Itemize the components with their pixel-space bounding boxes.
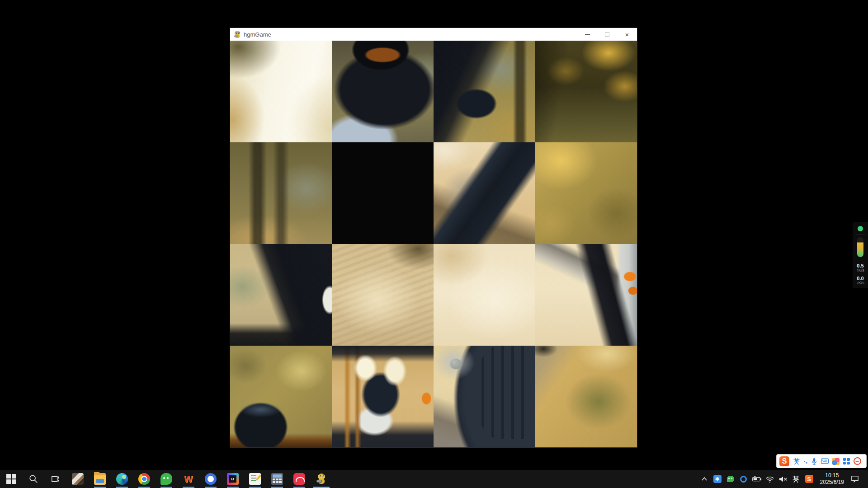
taskbar-item-wechat[interactable]: [155, 470, 177, 488]
blue-circle-icon: [740, 476, 747, 483]
taskbar-item-chrome[interactable]: [133, 470, 155, 488]
sogou-logo-icon[interactable]: S: [779, 456, 789, 466]
taskbar-item-wps[interactable]: W: [177, 470, 199, 488]
search-icon: [28, 474, 38, 484]
tray-wechat[interactable]: [726, 474, 736, 484]
minimize-icon: [585, 34, 590, 35]
download-speed: 0.0 ↓K/s: [856, 276, 864, 286]
taskbar-item-edge[interactable]: [111, 470, 133, 488]
puzzle-tile-r0c0[interactable]: [230, 41, 332, 142]
mic-icon[interactable]: [811, 458, 817, 465]
chinese-english-glyph-icon: [793, 458, 800, 465]
keyboard-icon[interactable]: [821, 458, 829, 464]
system-tray: ✱ S 10:15 2025/6/19: [699, 470, 868, 488]
chinese-ying-glyph-icon: [792, 475, 800, 483]
blue-star-icon: ✱: [713, 475, 722, 483]
clock-date: 2025/6/19: [820, 479, 844, 486]
hidden-icons-chevron[interactable]: [699, 474, 709, 484]
puzzle-tile-r1c2[interactable]: [434, 142, 535, 244]
puzzle-tile-r3c0[interactable]: [230, 346, 332, 447]
skin-icon[interactable]: [832, 458, 840, 465]
ime-punctuation-toggle[interactable]: ·,: [804, 458, 807, 465]
maximize-button[interactable]: [597, 28, 617, 41]
puzzle-tile-r1c3[interactable]: [535, 142, 637, 244]
upload-speed: 0.5 ↑K/s: [856, 263, 864, 273]
puzzle-tile-r1c0[interactable]: [230, 142, 332, 244]
divider: [855, 260, 865, 260]
tray-ime-language[interactable]: [791, 474, 801, 484]
puzzle-grid: [230, 41, 637, 447]
ime-language-toggle[interactable]: [793, 458, 800, 465]
taskbar-item-turtle-game[interactable]: [310, 470, 332, 488]
tray-volume-muted[interactable]: [778, 474, 788, 484]
editor-icon: [249, 473, 261, 485]
net-speed-widget[interactable]: 0.5 ↑K/s 0.0 ↓K/s: [853, 222, 868, 288]
wifi-icon: [765, 476, 774, 483]
game-window: hgmGame ×: [230, 28, 637, 448]
search-button[interactable]: [22, 470, 44, 488]
puzzle-tile-r2c1[interactable]: [332, 244, 434, 346]
red-app-icon: [293, 473, 305, 485]
titlebar[interactable]: hgmGame ×: [230, 28, 637, 41]
emoji-icon[interactable]: [854, 457, 861, 465]
puzzle-tile-r2c2[interactable]: [434, 244, 535, 346]
wps-icon: W: [183, 473, 194, 485]
window-title: hgmGame: [244, 31, 271, 38]
taskbar-item-cat-app[interactable]: [66, 470, 89, 488]
taskbar-item-blue-ring-app[interactable]: [199, 470, 222, 488]
task-view-button[interactable]: [44, 470, 66, 488]
puzzle-empty-slot: [332, 142, 434, 244]
chrome-icon: [138, 473, 150, 485]
divider: [855, 234, 865, 235]
chevron-up-icon: [701, 477, 708, 481]
status-dot-icon: [858, 226, 863, 231]
taskbar-item-red-app[interactable]: [288, 470, 310, 488]
ime-toolbar: S ·,: [776, 454, 867, 468]
sogou-tray-icon: S: [805, 475, 813, 483]
tray-blue-star-app[interactable]: ✱: [712, 474, 722, 484]
action-center-button[interactable]: [850, 474, 860, 484]
taskbar-item-intellij[interactable]: [222, 470, 244, 488]
close-button[interactable]: ×: [617, 28, 637, 41]
taskbar-item-file-explorer[interactable]: [89, 470, 111, 488]
puzzle-tile-r3c3[interactable]: [535, 346, 637, 447]
edge-icon: [116, 473, 128, 485]
clock-time: 10:15: [820, 472, 844, 479]
python-turtle-game-icon: [316, 473, 327, 485]
maximize-icon: [605, 32, 609, 37]
cat-photo-icon: [72, 473, 84, 485]
toolbox-icon[interactable]: [843, 458, 850, 465]
puzzle-tile-r3c1[interactable]: [332, 346, 434, 447]
puzzle-tile-r0c2[interactable]: [434, 41, 535, 142]
calculator-icon: [271, 473, 283, 485]
taskbar-item-calculator[interactable]: [266, 470, 288, 488]
intellij-icon: [227, 473, 239, 485]
windows-logo-icon: [6, 474, 16, 484]
tray-battery[interactable]: [752, 474, 762, 484]
turtle-icon: [234, 31, 241, 38]
minimize-button[interactable]: [577, 28, 597, 41]
volume-muted-icon: [778, 476, 788, 483]
puzzle-tile-r0c1[interactable]: [332, 41, 434, 142]
file-explorer-icon: [94, 473, 106, 485]
taskbar-item-editor[interactable]: [244, 470, 266, 488]
show-desktop-strip[interactable]: [865, 470, 865, 488]
battery-charging-icon: [752, 476, 762, 482]
tray-sogou[interactable]: S: [804, 474, 814, 484]
puzzle-tile-r2c0[interactable]: [230, 244, 332, 346]
taskbar: W ✱ S 10:15 2025/6/19: [0, 470, 868, 488]
wechat-tray-icon: [727, 476, 734, 482]
puzzle-tile-r2c3[interactable]: [535, 244, 637, 346]
tray-blue-circle-app[interactable]: [739, 474, 749, 484]
taskbar-left: W: [0, 470, 332, 488]
tray-wifi[interactable]: [765, 474, 775, 484]
notification-bubble-icon: [851, 475, 859, 483]
blue-ring-icon: [205, 473, 217, 485]
clock[interactable]: 10:15 2025/6/19: [817, 472, 847, 486]
rocket-pill-icon[interactable]: [857, 237, 863, 257]
start-button[interactable]: [0, 470, 22, 488]
wechat-icon: [160, 473, 172, 485]
puzzle-tile-r3c2[interactable]: [434, 346, 535, 447]
task-view-icon: [51, 474, 61, 484]
puzzle-tile-r0c3[interactable]: [535, 41, 637, 142]
